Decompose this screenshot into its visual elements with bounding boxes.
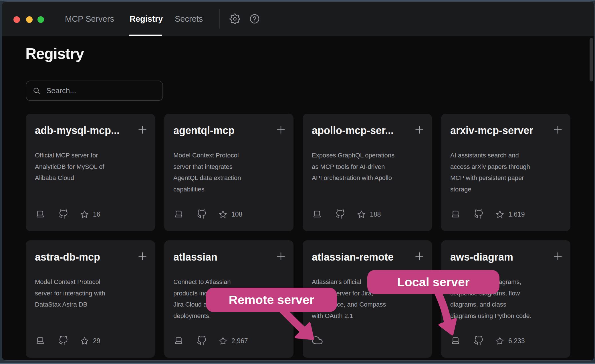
github-icon [335,209,345,219]
plus-icon [275,124,287,135]
plus-icon [275,251,287,262]
tab-secrets[interactable]: Secrets [175,2,203,36]
search-input[interactable] [46,86,162,95]
local-server-callout-label: Local server [397,275,469,289]
local-server-callout: Local server [367,270,499,294]
plus-icon [137,251,148,262]
add-server-button[interactable] [414,251,425,262]
laptop-local-icon [173,209,184,219]
add-server-button[interactable] [552,124,564,135]
server-name: agentql-mcp [173,125,235,137]
add-server-button[interactable] [137,251,148,262]
github-icon [474,209,483,219]
server-meta: 6,233 [450,336,525,346]
server-card-agentql-mcp[interactable]: agentql-mcp Model Context Protocol serve… [164,114,293,231]
zoom-window-button[interactable] [37,16,44,23]
plus-icon [414,251,425,262]
star-count: 188 [370,211,381,218]
plus-icon [137,124,148,135]
github-icon [197,209,207,219]
add-server-button[interactable] [275,251,287,262]
github-icon [58,336,68,346]
star-count: 16 [93,211,100,218]
page-title: Registry [25,45,84,62]
laptop-local-icon [35,336,45,346]
plus-icon [552,251,564,262]
laptop-local-icon [173,336,184,346]
star-count: 1,619 [508,211,525,218]
remote-server-callout: Remote server [206,288,337,312]
star-count: 6,233 [508,337,525,345]
titlebar: MCP Servers Registry Secrets [2,2,594,36]
add-server-button[interactable] [137,124,148,135]
server-meta: 29 [35,336,100,346]
github-icon [474,336,483,346]
laptop-local-icon [450,209,461,219]
server-meta: 1,619 [450,209,525,219]
server-name: arxiv-mcp-server [450,125,533,137]
github-icon [58,209,68,219]
star-count: 29 [93,337,100,345]
star-icon [80,337,89,345]
star-count: 108 [231,211,242,218]
server-name: atlassian [173,251,217,263]
add-server-button[interactable] [414,124,425,135]
star-icon [219,337,227,345]
gear-icon [229,13,240,24]
star-icon [357,210,366,219]
star-icon [219,210,227,219]
star-icon [495,210,504,219]
scrollbar-thumb[interactable] [590,38,593,81]
github-icon [197,336,207,346]
tab-mcp-servers[interactable]: MCP Servers [65,2,114,36]
registry-page: Registry adb-mysql-mcp... Official MCP s… [2,36,594,361]
star-icon [495,337,504,345]
server-meta: 108 [173,209,242,219]
active-tab-indicator [129,35,162,36]
star-icon [80,210,89,219]
server-meta [312,335,323,346]
cloud-remote-icon [312,335,323,346]
server-description: Model Context Protocol server that integ… [173,150,286,195]
server-name: adb-mysql-mcp... [35,125,120,137]
server-card-adb-mysql-mcp[interactable]: adb-mysql-mcp... Official MCP server for… [26,114,155,231]
plus-icon [552,124,564,135]
server-card-apollo-mcp-server[interactable]: apollo-mcp-ser... Exposes GraphQL operat… [303,114,432,231]
help-button[interactable] [249,13,260,24]
laptop-local-icon [35,209,45,219]
help-icon [249,13,260,24]
laptop-local-icon [312,209,322,219]
search-box[interactable] [26,81,163,101]
server-name: aws-diagram [450,251,513,263]
close-window-button[interactable] [13,16,20,23]
server-name: astra-db-mcp [35,251,100,263]
server-card-aws-diagram[interactable]: aws-diagram Generate AWS diagrams, seque… [441,240,570,358]
add-server-button[interactable] [552,251,564,262]
remote-server-callout-label: Remote server [229,293,314,307]
laptop-local-icon [450,336,461,346]
header-divider [219,9,220,29]
search-icon [33,87,41,95]
minimize-window-button[interactable] [26,16,33,23]
app-window: MCP Servers Registry Secrets Registry [2,1,594,361]
server-card-grid: adb-mysql-mcp... Official MCP server for… [26,114,570,358]
server-meta: 2,967 [173,336,248,346]
plus-icon [414,124,425,135]
screenshot-root: MCP Servers Registry Secrets Registry [0,0,595,364]
server-description: Official MCP server for AnalyticDB for M… [35,150,148,184]
star-count: 2,967 [231,337,248,345]
add-server-button[interactable] [275,124,287,135]
server-name: apollo-mcp-ser... [312,125,394,137]
server-meta: 16 [35,209,100,219]
server-description: Model Context Protocol server for intera… [35,276,148,310]
server-meta: 188 [312,209,381,219]
server-card-arxiv-mcp-server[interactable]: arxiv-mcp-server AI assistants search an… [441,114,570,231]
server-name: atlassian-remote [312,251,394,263]
server-description: Exposes GraphQL operations as MCP tools … [312,150,425,184]
tab-registry[interactable]: Registry [130,2,163,36]
server-description: AI assistants search and access arXiv pa… [450,150,563,195]
server-card-astra-db-mcp[interactable]: astra-db-mcp Model Context Protocol serv… [26,240,155,358]
settings-button[interactable] [229,13,240,24]
